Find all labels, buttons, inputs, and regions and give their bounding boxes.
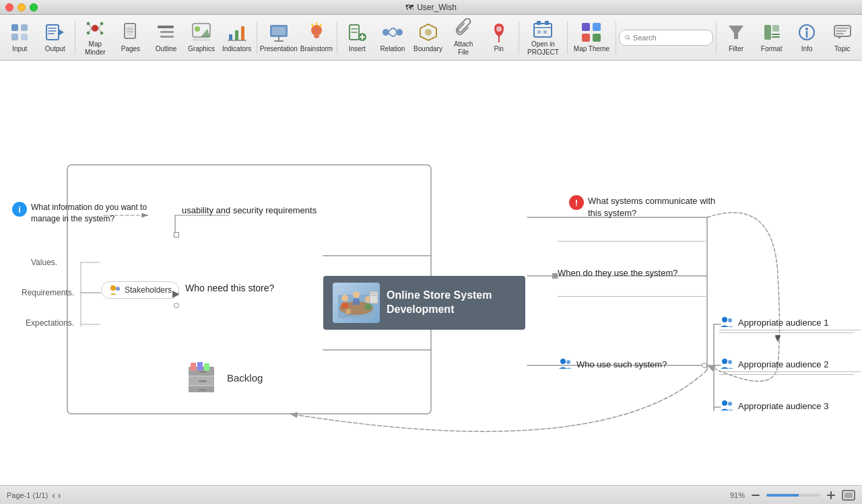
pages-button[interactable]: Pages <box>114 17 148 58</box>
central-node-image <box>333 283 380 323</box>
svg-rect-118 <box>197 362 203 370</box>
maximize-button[interactable] <box>30 3 38 11</box>
attach-file-icon <box>453 18 474 38</box>
svg-line-38 <box>320 24 321 26</box>
zoom-slider[interactable] <box>766 494 820 497</box>
topic-button[interactable]: Topic <box>825 17 859 58</box>
systems-communicate-node[interactable]: ! What systems communicate with this sys… <box>569 195 717 219</box>
output-label: Output <box>45 45 65 53</box>
backlog-icon <box>185 360 220 395</box>
map-theme-icon <box>581 22 602 43</box>
nav-prev[interactable]: ‹ <box>52 490 55 501</box>
central-node[interactable]: Online Store System Development <box>323 276 525 330</box>
audience-3-node[interactable]: Appropriate audience 3 <box>719 398 854 416</box>
input-icon <box>9 22 30 43</box>
graphics-label: Graphics <box>188 45 215 53</box>
svg-point-47 <box>396 29 403 36</box>
separator-4 <box>519 22 519 54</box>
values-label: Values. <box>31 258 57 267</box>
svg-rect-29 <box>235 30 238 40</box>
fit-to-window-icon[interactable] <box>842 490 855 501</box>
svg-rect-53 <box>545 21 549 25</box>
stakeholders-node[interactable]: Stakeholders <box>101 281 179 299</box>
toolbar: Input Output <box>0 15 862 61</box>
usability-branch: usability and security requirements <box>182 205 317 215</box>
pin-label: Pin <box>494 45 503 53</box>
nav-next[interactable]: › <box>58 490 61 501</box>
output-icon <box>44 22 66 43</box>
svg-rect-35 <box>272 27 286 35</box>
outline-button[interactable]: Outline <box>149 17 183 58</box>
svg-rect-63 <box>764 25 771 40</box>
presentation-icon <box>268 22 290 43</box>
insert-button[interactable]: Insert <box>340 17 374 58</box>
relation-button[interactable]: Relation <box>376 17 410 58</box>
status-left: Page-1 (1/1) ‹ › <box>7 490 61 501</box>
expectations-label: Expectations. <box>26 318 74 328</box>
brainstorm-button[interactable]: Brainstorm <box>299 17 334 58</box>
canvas: Online Store System Development i What i… <box>0 61 862 488</box>
audience-2-line <box>719 371 861 372</box>
search-input[interactable] <box>633 34 707 42</box>
pin-button[interactable]: Pin <box>482 17 516 58</box>
systems-line <box>558 241 706 242</box>
graphics-button[interactable]: Graphics <box>185 17 219 58</box>
svg-point-120 <box>560 359 566 364</box>
svg-rect-4 <box>46 25 59 40</box>
info-label: Info <box>801 45 813 53</box>
pages-icon <box>120 22 141 43</box>
audience-3-icon <box>719 398 734 413</box>
relation-label: Relation <box>380 45 405 53</box>
map-minder-button[interactable]: Map Minder <box>78 17 112 58</box>
warning-badge-icon: ! <box>569 195 584 210</box>
topic-label: Topic <box>834 45 850 53</box>
presentation-button[interactable]: Presentation <box>260 17 298 58</box>
when-line <box>558 296 706 297</box>
when-use-system-node[interactable]: When do they use the system? <box>558 268 677 278</box>
svg-rect-22 <box>160 31 174 33</box>
svg-marker-26 <box>201 29 210 37</box>
indicators-button[interactable]: Indicators <box>220 17 254 58</box>
info-node[interactable]: i What information do you want to manage… <box>12 202 167 225</box>
info-button[interactable]: Info <box>790 17 824 58</box>
minimize-button[interactable] <box>18 3 26 11</box>
filter-icon <box>725 22 747 43</box>
search-container[interactable] <box>619 30 713 46</box>
map-theme-label: Map Theme <box>574 45 609 53</box>
svg-rect-57 <box>593 23 601 31</box>
svg-rect-64 <box>772 25 779 32</box>
svg-rect-132 <box>844 493 853 498</box>
input-button[interactable]: Input <box>3 17 37 58</box>
svg-rect-56 <box>582 23 590 31</box>
traffic-lights <box>5 3 38 11</box>
separator-7 <box>716 22 717 54</box>
backlog-node[interactable]: Backlog <box>185 360 263 395</box>
zoom-out-icon[interactable] <box>750 490 761 501</box>
mind-map-connections <box>0 61 862 488</box>
svg-point-124 <box>722 359 727 364</box>
boundary-label: Boundary <box>413 45 442 53</box>
format-button[interactable]: Format <box>754 17 789 58</box>
audience-3-label: Appropriate audience 3 <box>738 401 828 411</box>
attach-file-button[interactable]: Attach File <box>446 17 481 58</box>
svg-line-39 <box>312 24 313 26</box>
filter-button[interactable]: Filter <box>719 17 754 58</box>
svg-point-49 <box>496 26 502 32</box>
info-badge-icon: i <box>12 202 27 217</box>
svg-rect-130 <box>830 491 832 499</box>
map-theme-button[interactable]: Map Theme <box>570 17 613 58</box>
open-in-project-button[interactable]: Open in PROJECT <box>522 17 564 58</box>
format-icon <box>761 22 783 43</box>
search-icon <box>625 34 630 42</box>
who-use-system-node[interactable]: Who use such system? <box>558 357 667 371</box>
boundary-button[interactable]: Boundary <box>411 17 445 58</box>
svg-rect-0 <box>11 24 18 31</box>
close-button[interactable] <box>5 3 13 11</box>
page-navigation[interactable]: ‹ › <box>52 490 61 501</box>
map-minder-label: Map Minder <box>79 40 111 57</box>
attach-file-label: Attach File <box>448 40 479 57</box>
svg-rect-119 <box>204 363 209 371</box>
output-button[interactable]: Output <box>38 17 73 58</box>
svg-point-8 <box>92 25 98 32</box>
zoom-in-icon[interactable] <box>826 490 836 501</box>
